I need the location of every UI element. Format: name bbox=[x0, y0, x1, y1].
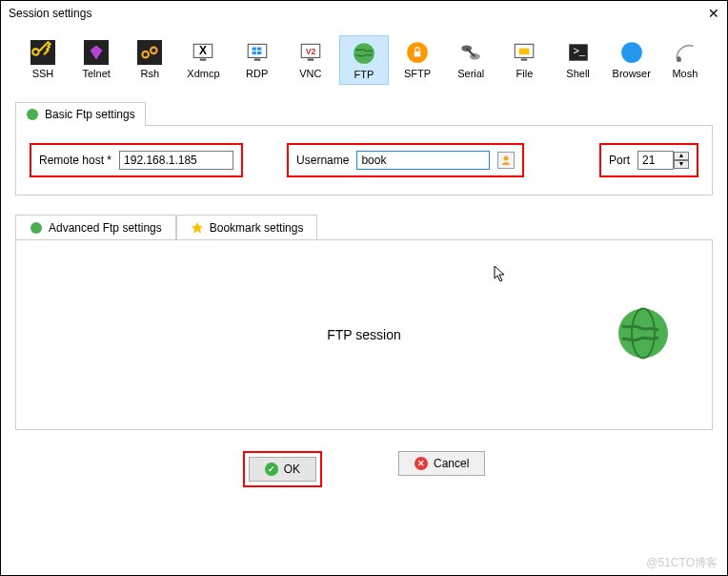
tab-sftp[interactable]: SFTP bbox=[393, 35, 442, 85]
svg-point-28 bbox=[621, 42, 642, 63]
tab-browser[interactable]: Browser bbox=[607, 35, 657, 85]
globe-lock-icon bbox=[404, 39, 431, 66]
globe-icon bbox=[351, 40, 377, 67]
watermark: @51CTO博客 bbox=[646, 555, 718, 571]
svg-rect-30 bbox=[677, 59, 680, 62]
svg-text:X: X bbox=[199, 44, 207, 57]
username-input[interactable] bbox=[356, 151, 490, 170]
satellite-icon bbox=[672, 39, 698, 66]
svg-point-32 bbox=[504, 156, 509, 161]
ok-button[interactable]: ✓ OK bbox=[249, 457, 316, 482]
svg-rect-20 bbox=[415, 51, 421, 56]
remote-host-input[interactable] bbox=[119, 151, 233, 170]
port-spin-up[interactable]: ▲ bbox=[674, 152, 689, 160]
link-icon bbox=[136, 39, 163, 66]
globe-large-icon bbox=[617, 307, 670, 363]
titlebar: Session settings ✕ bbox=[1, 1, 727, 26]
svg-rect-11 bbox=[257, 48, 261, 51]
svg-point-33 bbox=[30, 222, 42, 234]
svg-text:>_: >_ bbox=[573, 45, 585, 56]
dialog-buttons: ✓ OK ✕ Cancel bbox=[1, 451, 727, 487]
port-label: Port bbox=[609, 154, 630, 167]
earth-icon bbox=[618, 39, 645, 66]
secondary-tabs: Advanced Ftp settings Bookmark settings bbox=[15, 215, 713, 240]
svg-marker-34 bbox=[192, 222, 203, 234]
x-icon: ✕ bbox=[415, 457, 428, 470]
folder-monitor-icon bbox=[511, 39, 537, 66]
tab-xdmcp[interactable]: XXdmcp bbox=[178, 35, 228, 85]
svg-rect-24 bbox=[519, 49, 530, 55]
username-group: Username bbox=[287, 143, 524, 177]
globe-small-icon bbox=[26, 108, 39, 121]
gem-icon bbox=[83, 39, 110, 66]
svg-rect-12 bbox=[252, 51, 255, 54]
tab-ssh[interactable]: SSH bbox=[18, 35, 68, 85]
key-icon bbox=[30, 39, 56, 66]
cancel-button[interactable]: ✕ Cancel bbox=[398, 451, 485, 476]
session-title: FTP session bbox=[327, 327, 401, 342]
basic-settings-section: Basic Ftp settings Remote host * Usernam… bbox=[15, 102, 713, 195]
basic-fields-row: Remote host * Username Port ▲ ▼ bbox=[15, 125, 713, 195]
svg-rect-8 bbox=[200, 59, 207, 61]
session-content-panel: FTP session bbox=[15, 239, 713, 430]
check-icon: ✓ bbox=[265, 463, 278, 476]
tab-file[interactable]: File bbox=[499, 35, 549, 85]
svg-rect-0 bbox=[30, 40, 55, 65]
svg-rect-10 bbox=[252, 48, 255, 51]
port-group: Port ▲ ▼ bbox=[599, 143, 698, 177]
remote-host-label: Remote host * bbox=[39, 154, 111, 167]
svg-point-35 bbox=[618, 309, 668, 359]
protocol-tabs: SSH Telnet Rsh XXdmcp RDP V2VNC FTP SFTP… bbox=[1, 26, 727, 85]
tab-ftp[interactable]: FTP bbox=[339, 35, 389, 85]
star-icon bbox=[191, 221, 204, 235]
port-input[interactable] bbox=[637, 151, 674, 170]
close-icon[interactable]: ✕ bbox=[708, 6, 719, 21]
username-browse-button[interactable] bbox=[497, 152, 515, 169]
port-spin-down[interactable]: ▼ bbox=[674, 160, 689, 169]
tab-serial[interactable]: Serial bbox=[446, 35, 495, 85]
svg-rect-25 bbox=[521, 59, 528, 61]
tab-advanced-ftp[interactable]: Advanced Ftp settings bbox=[15, 215, 176, 240]
tab-mosh[interactable]: Mosh bbox=[660, 35, 710, 85]
vnc-monitor-icon: V2 bbox=[297, 39, 324, 66]
svg-rect-3 bbox=[137, 40, 162, 65]
tab-telnet[interactable]: Telnet bbox=[71, 35, 121, 85]
svg-rect-13 bbox=[257, 51, 261, 54]
tab-rsh[interactable]: Rsh bbox=[125, 35, 174, 85]
tab-shell[interactable]: >_Shell bbox=[554, 35, 603, 85]
svg-rect-17 bbox=[308, 59, 314, 61]
svg-rect-14 bbox=[253, 59, 260, 61]
username-label: Username bbox=[296, 154, 349, 167]
ok-highlight: ✓ OK bbox=[243, 451, 322, 487]
svg-point-31 bbox=[27, 109, 38, 120]
terminal-icon: >_ bbox=[565, 39, 592, 66]
svg-point-18 bbox=[354, 43, 374, 64]
window-title: Session settings bbox=[9, 7, 91, 20]
person-icon bbox=[500, 154, 512, 166]
x-monitor-icon: X bbox=[190, 39, 216, 66]
basic-settings-tab[interactable]: Basic Ftp settings bbox=[15, 102, 146, 126]
tab-vnc[interactable]: V2VNC bbox=[286, 35, 335, 85]
tab-rdp[interactable]: RDP bbox=[233, 35, 282, 85]
remote-host-group: Remote host * bbox=[30, 143, 243, 177]
svg-rect-9 bbox=[248, 44, 267, 57]
cursor-icon bbox=[494, 265, 507, 286]
svg-text:V2: V2 bbox=[305, 47, 315, 56]
globe-small-icon bbox=[30, 221, 43, 235]
windows-monitor-icon bbox=[244, 39, 271, 66]
serial-cable-icon bbox=[457, 39, 484, 66]
tab-bookmark-settings[interactable]: Bookmark settings bbox=[176, 215, 318, 240]
